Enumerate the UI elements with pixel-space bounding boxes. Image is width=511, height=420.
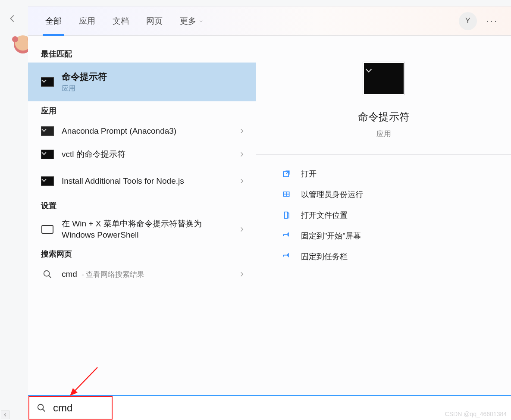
preview-column: 命令提示符 应用 打开 以管理员身份运行	[256, 36, 511, 395]
settings-result-winx[interactable]: 在 Win + X 菜单中将命令提示符替换为 Windows PowerShel…	[28, 214, 256, 244]
web-header: 搜索网页	[28, 244, 256, 263]
more-options-icon[interactable]: ···	[484, 16, 501, 27]
search-tabs: 全部 应用 文档 网页 更多 Y ···	[28, 6, 511, 36]
chevron-right-icon[interactable]	[236, 178, 248, 184]
preview-title: 命令提示符	[358, 110, 410, 124]
preview-sub: 应用	[376, 129, 391, 139]
app-title: vctl 的命令提示符	[62, 149, 236, 160]
results-column: 最佳匹配 命令提示符 应用 应用 Anaconda Prompt (Anacon…	[28, 36, 256, 395]
app-result-anaconda[interactable]: Anaconda Prompt (Anaconda3)	[28, 119, 256, 143]
pin-icon	[281, 231, 292, 241]
settings-header: 设置	[28, 196, 256, 214]
user-avatar[interactable]: Y	[459, 12, 477, 30]
action-run-admin[interactable]: 以管理员身份运行	[281, 184, 511, 205]
terminal-icon	[41, 176, 54, 187]
search-bar	[28, 395, 511, 420]
chevron-right-icon[interactable]	[236, 271, 248, 277]
search-input[interactable]	[52, 401, 225, 414]
action-open-location[interactable]: 打开文件位置	[281, 205, 511, 226]
svg-point-0	[44, 271, 50, 276]
svg-point-3	[38, 404, 44, 410]
web-result-cmd[interactable]: cmd - 查看网络搜索结果	[28, 263, 256, 286]
settings-title: 在 Win + X 菜单中将命令提示符替换为 Windows PowerShel…	[62, 218, 217, 240]
app-result-vctl[interactable]: vctl 的命令提示符	[28, 143, 256, 166]
best-match-header: 最佳匹配	[28, 44, 256, 63]
scroll-left-icon[interactable]	[1, 411, 9, 419]
chevron-right-icon[interactable]	[236, 128, 248, 134]
folder-icon	[281, 210, 292, 220]
apps-header: 应用	[28, 101, 256, 119]
best-match-sub: 应用	[62, 84, 248, 93]
shield-icon	[281, 189, 292, 200]
settings-display-icon	[41, 224, 54, 235]
action-label: 打开文件位置	[301, 210, 348, 220]
terminal-icon	[41, 125, 54, 137]
open-icon	[281, 169, 292, 179]
tab-docs[interactable]: 文档	[108, 6, 133, 35]
chevron-right-icon[interactable]	[236, 151, 248, 157]
chevron-down-icon	[199, 19, 204, 24]
preview-app-icon	[363, 62, 405, 95]
search-icon	[37, 403, 46, 413]
tab-more-label: 更多	[180, 16, 196, 27]
best-match-result[interactable]: 命令提示符 应用	[28, 63, 256, 101]
best-match-title: 命令提示符	[62, 71, 248, 83]
action-list: 打开 以管理员身份运行 打开文件位置	[256, 155, 511, 267]
windows-search-panel: 全部 应用 文档 网页 更多 Y ··· 最佳匹配 命令提示符 应用 应用	[28, 6, 511, 420]
app-title: Anaconda Prompt (Anaconda3)	[62, 125, 236, 137]
action-pin-taskbar[interactable]: 固定到任务栏	[281, 246, 511, 267]
cmd-icon	[41, 76, 54, 88]
tab-all[interactable]: 全部	[41, 6, 66, 35]
web-desc: - 查看网络搜索结果	[82, 270, 144, 279]
action-pin-start[interactable]: 固定到"开始"屏幕	[281, 226, 511, 246]
tab-web[interactable]: 网页	[142, 6, 167, 35]
action-open[interactable]: 打开	[281, 163, 511, 184]
back-arrow-icon[interactable]	[8, 14, 17, 23]
tab-apps[interactable]: 应用	[75, 6, 100, 35]
tab-more[interactable]: 更多	[176, 6, 208, 35]
search-icon	[41, 269, 54, 280]
action-label: 以管理员身份运行	[301, 189, 363, 200]
search-body: 最佳匹配 命令提示符 应用 应用 Anaconda Prompt (Anacon…	[28, 36, 511, 395]
terminal-icon	[41, 149, 54, 160]
action-label: 固定到任务栏	[301, 251, 348, 262]
action-label: 打开	[301, 169, 317, 179]
app-result-nodejs-tools[interactable]: Install Additional Tools for Node.js	[28, 166, 256, 196]
chevron-right-icon[interactable]	[236, 226, 248, 232]
watermark-text: CSDN @qq_46601384	[445, 411, 507, 417]
action-label: 固定到"开始"屏幕	[301, 231, 361, 241]
app-title: Install Additional Tools for Node.js	[62, 176, 217, 187]
pin-icon	[281, 251, 292, 262]
web-term: cmd	[62, 270, 77, 279]
